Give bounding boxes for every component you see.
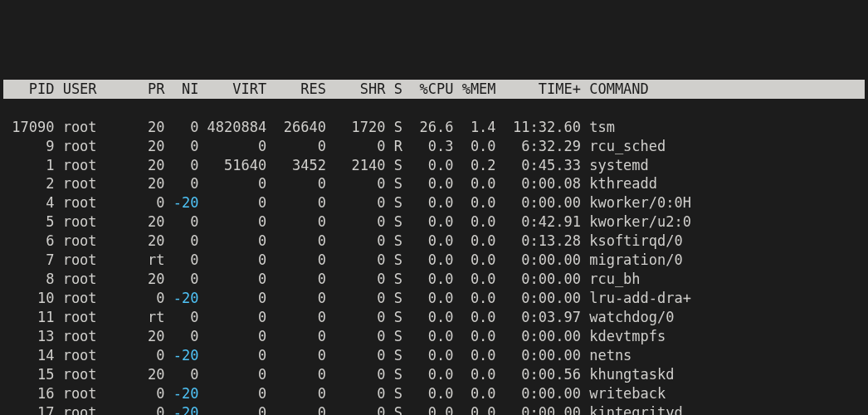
cell-virt: 0 [198, 174, 266, 193]
table-row[interactable]: 11rootrt0000S0.00.00:03.97watchdog/0 [3, 308, 865, 327]
cell-ni: 0 [164, 118, 198, 137]
table-row[interactable]: 5root200000S0.00.00:42.91kworker/u2:0 [3, 212, 865, 232]
cell-cpu: 0.0 [411, 365, 453, 384]
table-row[interactable]: 17090root2004820884266401720S26.61.411:3… [3, 118, 865, 137]
cell-cmd: migration/0 [581, 251, 683, 270]
cell-time: 0:03.97 [496, 308, 581, 327]
col-cpu[interactable]: %CPU [411, 80, 453, 99]
col-mem[interactable]: %MEM [453, 80, 495, 99]
table-row[interactable]: 10root0-20000S0.00.00:00.00lru-add-dra+ [3, 289, 865, 308]
cell-res: 0 [266, 308, 326, 327]
table-row[interactable]: 4root0-20000S0.00.00:00.00kworker/0:0H [3, 193, 865, 212]
cell-pid: 17 [3, 403, 54, 415]
cell-s: S [386, 174, 412, 193]
col-shr[interactable]: SHR [326, 80, 386, 99]
col-s[interactable]: S [386, 80, 412, 99]
cell-user: root [54, 118, 139, 137]
cell-ni: 0 [164, 365, 198, 384]
cell-virt: 0 [198, 365, 266, 384]
cell-res: 0 [266, 270, 326, 289]
cell-ni: 0 [164, 174, 198, 193]
table-row[interactable]: 8root200000S0.00.00:00.00rcu_bh [3, 270, 865, 289]
table-row[interactable]: 14root0-20000S0.00.00:00.00netns [3, 346, 865, 365]
cell-shr: 0 [326, 308, 386, 327]
cell-time: 11:32.60 [496, 118, 581, 137]
cell-res: 0 [266, 251, 326, 270]
cell-pid: 15 [3, 365, 54, 384]
cell-virt: 0 [198, 232, 266, 251]
cell-cmd: lru-add-dra+ [581, 289, 691, 308]
table-row[interactable]: 13root200000S0.00.00:00.00kdevtmpfs [3, 327, 865, 346]
cell-cmd: tsm [581, 118, 615, 137]
cell-time: 0:00.00 [496, 384, 581, 403]
table-row[interactable]: 15root200000S0.00.00:00.56khungtaskd [3, 365, 865, 384]
cell-time: 0:00.00 [496, 289, 581, 308]
cell-ni: 0 [164, 137, 198, 156]
cell-time: 0:00.00 [496, 327, 581, 346]
col-cmd[interactable]: COMMAND [581, 80, 649, 99]
cell-user: root [54, 403, 139, 415]
cell-s: R [386, 137, 412, 156]
table-row[interactable]: 6root200000S0.00.00:13.28ksoftirqd/0 [3, 232, 865, 251]
col-time[interactable]: TIME+ [496, 80, 581, 99]
cell-ni: 0 [164, 232, 198, 251]
table-row[interactable]: 9root200000R0.30.06:32.29rcu_sched [3, 137, 865, 156]
table-row[interactable]: 16root0-20000S0.00.00:00.00writeback [3, 384, 865, 403]
col-virt[interactable]: VIRT [198, 80, 266, 99]
cell-ni: -20 [164, 289, 198, 308]
table-row[interactable]: 2root200000S0.00.00:00.08kthreadd [3, 174, 865, 193]
cell-pid: 9 [3, 137, 54, 156]
cell-virt: 0 [198, 137, 266, 156]
cell-user: root [54, 137, 139, 156]
cell-cmd: netns [581, 346, 631, 365]
process-table-header[interactable]: PIDUSERPRNIVIRTRESSHRS%CPU%MEMTIME+COMMA… [3, 80, 865, 99]
cell-virt: 0 [198, 212, 266, 232]
cell-user: root [54, 212, 139, 232]
cell-user: root [54, 156, 139, 175]
col-pid[interactable]: PID [3, 80, 54, 99]
cell-res: 0 [266, 403, 326, 415]
cell-user: root [54, 308, 139, 327]
cell-pid: 4 [3, 193, 54, 212]
table-row[interactable]: 1root2005164034522140S0.00.20:45.33syste… [3, 156, 865, 175]
cell-pid: 14 [3, 346, 54, 365]
cell-shr: 0 [326, 365, 386, 384]
cell-pr: 0 [139, 403, 165, 415]
cell-user: root [54, 270, 139, 289]
cell-pr: 20 [139, 212, 165, 232]
cell-ni: -20 [164, 193, 198, 212]
cell-pid: 7 [3, 251, 54, 270]
cell-mem: 0.0 [453, 308, 495, 327]
cell-pr: 0 [139, 289, 165, 308]
table-row[interactable]: 17root0-20000S0.00.00:00.00kintegrityd [3, 403, 865, 415]
cell-ni: 0 [164, 308, 198, 327]
cell-pr: 0 [139, 346, 165, 365]
cell-virt: 0 [198, 270, 266, 289]
cell-shr: 0 [326, 212, 386, 232]
cell-pid: 13 [3, 327, 54, 346]
col-ni[interactable]: NI [164, 80, 198, 99]
cell-pid: 17090 [3, 118, 54, 137]
cell-user: root [54, 193, 139, 212]
cell-virt: 51640 [198, 156, 266, 175]
cell-virt: 0 [198, 403, 266, 415]
cell-cmd: kworker/u2:0 [581, 212, 691, 232]
cell-mem: 0.0 [453, 289, 495, 308]
cell-cpu: 0.0 [411, 346, 453, 365]
col-pr[interactable]: PR [139, 80, 165, 99]
cell-cmd: khungtaskd [581, 365, 675, 384]
col-res[interactable]: RES [266, 80, 326, 99]
cell-shr: 0 [326, 193, 386, 212]
cell-res: 0 [266, 327, 326, 346]
cell-cmd: kintegrityd [581, 403, 683, 415]
cell-s: S [386, 251, 412, 270]
table-row[interactable]: 7rootrt0000S0.00.00:00.00migration/0 [3, 251, 865, 270]
col-user[interactable]: USER [54, 80, 139, 99]
cell-mem: 0.0 [453, 365, 495, 384]
cell-res: 0 [266, 174, 326, 193]
cell-s: S [386, 270, 412, 289]
cell-mem: 0.0 [453, 137, 495, 156]
cell-res: 0 [266, 365, 326, 384]
cell-mem: 0.0 [453, 384, 495, 403]
cell-s: S [386, 403, 412, 415]
